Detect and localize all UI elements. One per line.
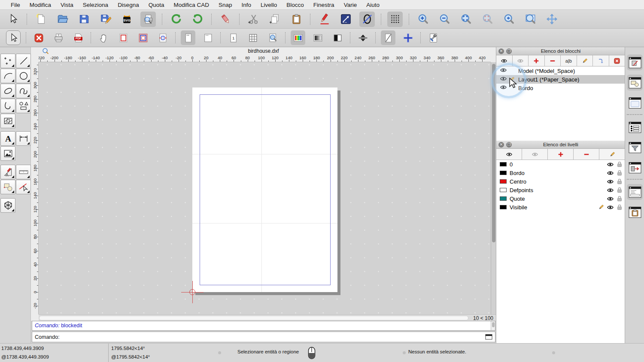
tool-hatch-button[interactable] — [0, 114, 15, 128]
menu-seleziona[interactable]: Seleziona — [78, 0, 113, 10]
dock-section-button[interactable] — [627, 160, 643, 175]
dock-preview-button[interactable] — [627, 95, 643, 111]
block-row[interactable]: Layout1 (*Paper_Space) — [496, 75, 625, 84]
tool-arc-button[interactable] — [0, 69, 15, 83]
tool-line-button[interactable] — [16, 54, 31, 68]
dock-layers-button[interactable] — [627, 119, 643, 135]
visibility-eye-icon[interactable] — [607, 161, 614, 168]
page-grid-button[interactable] — [246, 30, 260, 45]
rename-block-button[interactable]: a|b — [561, 55, 577, 66]
zoom-in-button[interactable] — [415, 12, 431, 27]
zoom-window-button[interactable] — [522, 12, 538, 27]
lock-icon[interactable] — [617, 161, 623, 167]
layer-row[interactable]: Visibile — [496, 203, 625, 211]
zoom-out-button[interactable] — [437, 12, 452, 27]
edit-pencil-button[interactable] — [316, 12, 332, 27]
grayscale-mode-button[interactable] — [310, 30, 325, 45]
tool-image-button[interactable] — [0, 146, 15, 161]
layer-row[interactable]: Defpoints — [496, 186, 625, 194]
layer-row[interactable]: 0 — [496, 160, 625, 169]
horizontal-scrollbar-thumb[interactable] — [39, 316, 468, 320]
layer-row[interactable]: Bordo — [496, 169, 625, 177]
pdf-export-button[interactable]: PDF — [71, 30, 85, 45]
visibility-eye-icon[interactable] — [500, 75, 507, 84]
menu-snap[interactable]: Snap — [214, 0, 237, 10]
visibility-eye-icon[interactable] — [607, 169, 614, 177]
menu-quota[interactable]: Quota — [144, 0, 169, 10]
tool-circle-button[interactable] — [16, 69, 31, 83]
horizontal-scrollbar[interactable] — [39, 315, 469, 321]
canvas[interactable] — [39, 62, 491, 314]
cut-button[interactable] — [246, 12, 261, 27]
tool-blocks-button[interactable] — [0, 180, 15, 194]
vertical-scrollbar-thumb[interactable] — [492, 64, 495, 242]
tool-shapes-button[interactable] — [16, 99, 31, 113]
block-row[interactable]: Bordo — [496, 84, 625, 92]
dock-clipboard-button[interactable] — [627, 204, 643, 220]
hide-all-button[interactable] — [522, 149, 548, 160]
dock-command-button[interactable] — [627, 184, 643, 200]
delete-block-button[interactable] — [609, 55, 626, 66]
page-single-button[interactable]: 1 — [226, 30, 240, 45]
tool-polyline-button[interactable] — [0, 99, 15, 113]
layer-row[interactable]: Quote — [496, 194, 625, 203]
close-block-button[interactable] — [31, 30, 46, 45]
zoom-previous-button[interactable] — [501, 12, 516, 27]
lock-icon[interactable] — [617, 170, 623, 176]
tool-text-button[interactable]: A — [0, 131, 15, 146]
show-all-button[interactable] — [496, 55, 513, 66]
svg-export-button[interactable]: SVG — [119, 12, 134, 27]
flip-vertical-button[interactable] — [355, 30, 370, 45]
dock-blocks-button[interactable] — [627, 54, 643, 70]
menu-info[interactable]: Info — [237, 0, 256, 10]
visibility-eye-icon[interactable] — [500, 84, 507, 92]
menu-finestra[interactable]: Finestra — [309, 0, 339, 10]
redo-button[interactable] — [190, 12, 205, 27]
menu-livello[interactable]: Livello — [256, 0, 282, 10]
tool-modify-button[interactable] — [0, 165, 15, 179]
command-window-button[interactable] — [484, 333, 493, 341]
menu-aiuto[interactable]: Aiuto — [361, 0, 384, 10]
paper-highlight-button[interactable] — [136, 30, 150, 45]
save-as-button[interactable] — [97, 12, 113, 27]
add-layer-button[interactable] — [548, 149, 574, 160]
copy-button[interactable] — [267, 12, 283, 27]
layer-row[interactable]: Centro — [496, 177, 625, 186]
grid-dots-button[interactable] — [387, 12, 403, 27]
remove-layer-button[interactable] — [574, 149, 599, 160]
menu-blocco[interactable]: Blocco — [282, 0, 309, 10]
zoom-page-button[interactable] — [265, 30, 280, 45]
menu-vista[interactable]: Vista — [56, 0, 78, 10]
paper-fit-button[interactable] — [155, 30, 170, 45]
visibility-eye-icon[interactable] — [607, 204, 614, 211]
delete-entity-button[interactable] — [218, 12, 233, 27]
color-mode-button[interactable] — [291, 30, 305, 45]
tool-measure-button[interactable] — [16, 165, 31, 179]
history-scrollbar[interactable] — [491, 321, 495, 330]
edit-block-button[interactable] — [577, 55, 593, 66]
visibility-eye-icon[interactable] — [607, 178, 614, 185]
insert-block-button[interactable] — [593, 55, 609, 66]
page-portrait-button[interactable] — [181, 30, 195, 45]
block-row[interactable]: Model (*Model_Space) — [496, 66, 625, 75]
draft-mode-button[interactable] — [381, 30, 395, 45]
lock-icon[interactable] — [617, 204, 623, 210]
open-file-button[interactable] — [55, 12, 70, 27]
preferences-button[interactable] — [426, 30, 440, 45]
menu-varie[interactable]: Varie — [339, 0, 362, 10]
new-file-button[interactable] — [33, 12, 49, 27]
crosshair-snap-button[interactable] — [401, 30, 415, 45]
lock-icon[interactable] — [617, 187, 623, 193]
visibility-eye-icon[interactable] — [607, 195, 614, 202]
command-input[interactable] — [60, 333, 484, 341]
print-button[interactable] — [51, 30, 66, 45]
lock-icon[interactable] — [617, 178, 623, 184]
pan-hand-button[interactable] — [96, 30, 111, 45]
print-preview-button[interactable] — [140, 12, 156, 27]
remove-block-button[interactable] — [545, 55, 561, 66]
menu-disegna[interactable]: Disegna — [113, 0, 144, 10]
zoom-pan-button[interactable] — [544, 12, 559, 27]
menu-modifica-cad[interactable]: Modifica CAD — [169, 0, 214, 10]
menu-file[interactable]: File — [6, 0, 25, 10]
visibility-eye-icon[interactable] — [500, 66, 507, 75]
